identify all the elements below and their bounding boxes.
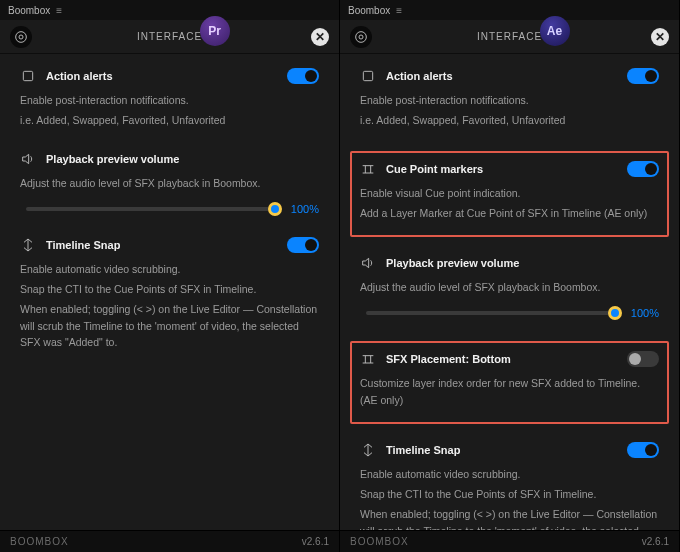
boombox-logo-icon [350,26,372,48]
playback-title: Playback preview volume [46,153,179,165]
playback-desc1: Adjust the audio level of SFX playback i… [360,279,659,295]
action-alerts-title: Action alerts [46,70,113,82]
svg-point-3 [356,31,367,42]
close-button[interactable]: ✕ [311,28,329,46]
window-titlebar: Boombox ≡ [340,0,679,20]
close-button[interactable]: ✕ [651,28,669,46]
timeline-snap-desc2: Snap the CTI to the Cue Points of SFX in… [360,486,659,502]
cue-point-title: Cue Point markers [386,163,483,175]
window-titlebar: Boombox ≡ [0,0,339,20]
slider-thumb[interactable] [608,306,622,320]
panel-menu-icon[interactable]: ≡ [396,5,402,16]
speaker-icon [20,151,36,167]
settings-content: Action alerts Enable post-interaction no… [340,54,679,530]
footer-brand: BOOMBOX [10,536,69,547]
playback-volume-slider[interactable] [26,207,275,211]
settings-content: Action alerts Enable post-interaction no… [0,54,339,530]
panel-premiere: Boombox ≡ INTERFACE Pr ✕ Action alerts E… [0,0,340,552]
svg-point-1 [19,35,23,39]
sfx-placement-title: SFX Placement: Bottom [386,353,511,365]
action-alerts-desc2: i.e. Added, Swapped, Favorited, Unfavori… [20,112,319,128]
sfx-placement-desc1: Customize layer index order for new SFX … [360,375,659,408]
action-alerts-toggle[interactable] [627,68,659,84]
boombox-logo-icon [10,26,32,48]
app-badge-after-effects: Ae [540,16,570,46]
section-action-alerts: Action alerts Enable post-interaction no… [16,68,323,129]
section-cue-point: Cue Point markers Enable visual Cue poin… [350,151,669,238]
section-sfx-placement: SFX Placement: Bottom Customize layer in… [350,341,669,424]
playback-volume-slider[interactable] [366,311,615,315]
panel-footer: BOOMBOX v2.6.1 [0,530,339,552]
playback-volume-value: 100% [625,307,659,319]
action-alerts-desc2: i.e. Added, Swapped, Favorited, Unfavori… [360,112,659,128]
window-title: Boombox [8,5,50,16]
section-playback: Playback preview volume Adjust the audio… [356,255,663,319]
layers-icon [360,351,376,367]
playback-desc1: Adjust the audio level of SFX playback i… [20,175,319,191]
section-timeline-snap: Timeline Snap Enable automatic video scr… [356,442,663,530]
speaker-icon [360,255,376,271]
timeline-snap-title: Timeline Snap [386,444,460,456]
footer-version: v2.6.1 [642,536,669,547]
cue-point-desc1: Enable visual Cue point indication. [360,185,659,201]
panel-after-effects: Boombox ≡ INTERFACE Ae ✕ Action alerts E… [340,0,680,552]
action-alerts-desc1: Enable post-interaction notifications. [360,92,659,108]
snap-icon [20,237,36,253]
svg-point-4 [359,35,363,39]
timeline-snap-toggle[interactable] [627,442,659,458]
action-alerts-toggle[interactable] [287,68,319,84]
cue-point-desc2: Add a Layer Marker at Cue Point of SFX i… [360,205,659,221]
header-title: INTERFACE [340,31,679,42]
panel-menu-icon[interactable]: ≡ [56,5,62,16]
panel-header: INTERFACE Ae ✕ [340,20,679,54]
timeline-snap-desc3: When enabled; toggling (< >) on the Live… [20,301,319,350]
timeline-snap-desc3: When enabled; toggling (< >) on the Live… [360,506,659,530]
action-alerts-desc1: Enable post-interaction notifications. [20,92,319,108]
header-title: INTERFACE [0,31,339,42]
cue-point-toggle[interactable] [627,161,659,177]
action-alerts-title: Action alerts [386,70,453,82]
section-action-alerts: Action alerts Enable post-interaction no… [356,68,663,129]
bell-icon [20,68,36,84]
svg-rect-2 [23,71,32,80]
section-timeline-snap: Timeline Snap Enable automatic video scr… [16,237,323,350]
timeline-snap-toggle[interactable] [287,237,319,253]
timeline-snap-title: Timeline Snap [46,239,120,251]
snap-icon [360,442,376,458]
playback-volume-value: 100% [285,203,319,215]
window-title: Boombox [348,5,390,16]
section-playback: Playback preview volume Adjust the audio… [16,151,323,215]
sfx-placement-toggle[interactable] [627,351,659,367]
svg-rect-5 [363,71,372,80]
timeline-snap-desc2: Snap the CTI to the Cue Points of SFX in… [20,281,319,297]
timeline-snap-desc1: Enable automatic video scrubbing. [360,466,659,482]
panel-header: INTERFACE Pr ✕ [0,20,339,54]
bell-icon [360,68,376,84]
svg-point-0 [16,31,27,42]
app-badge-premiere: Pr [200,16,230,46]
footer-brand: BOOMBOX [350,536,409,547]
slider-thumb[interactable] [268,202,282,216]
playback-title: Playback preview volume [386,257,519,269]
footer-version: v2.6.1 [302,536,329,547]
marker-icon [360,161,376,177]
timeline-snap-desc1: Enable automatic video scrubbing. [20,261,319,277]
panel-footer: BOOMBOX v2.6.1 [340,530,679,552]
